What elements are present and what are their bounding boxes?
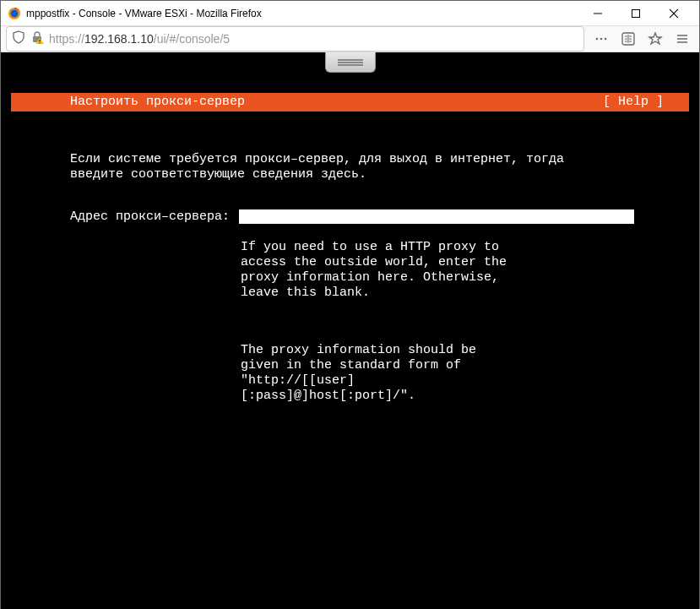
svg-rect-3: [632, 9, 639, 17]
header-title: Настроить прокси-сервер: [11, 95, 603, 110]
drag-handle-icon[interactable]: [325, 52, 376, 73]
svg-rect-8: [40, 40, 41, 42]
proxy-address-input[interactable]: [239, 209, 634, 224]
svg-point-11: [600, 38, 603, 41]
lock-warning-icon[interactable]: [30, 30, 44, 47]
help-button[interactable]: [ Help ]: [603, 95, 689, 110]
console-pull-tab: [11, 63, 689, 78]
reader-icon[interactable]: [616, 27, 640, 51]
hamburger-menu-icon[interactable]: [670, 27, 694, 51]
more-icon[interactable]: [589, 27, 613, 51]
svg-point-12: [605, 38, 607, 41]
svg-point-10: [596, 38, 599, 41]
browser-window: mppostfix - Console - VMware ESXi - Mozi…: [0, 0, 700, 609]
instruction-text: Если системе требуется прокси–сервер, дл…: [70, 152, 661, 182]
svg-point-1: [11, 9, 19, 17]
help-text-1: If you need to use a HTTP proxy to acces…: [70, 240, 518, 301]
console-area: Настроить прокси-сервер[ Help ] Если сис…: [1, 52, 699, 609]
window-title: mppostfix - Console - VMware ESXi - Mozi…: [26, 8, 578, 19]
terminal-header: Настроить прокси-сервер[ Help ]: [11, 93, 689, 111]
titlebar: mppostfix - Console - VMware ESXi - Mozi…: [1, 1, 699, 26]
help-text-2: The proxy information should be given in…: [70, 343, 518, 404]
url-field[interactable]: https://192.168.1.10/ui/#/console/5: [6, 26, 584, 52]
url-text: https://192.168.1.10/ui/#/console/5: [49, 32, 230, 46]
firefox-icon: [8, 7, 21, 20]
shield-icon[interactable]: [12, 30, 25, 47]
minimize-button[interactable]: [578, 1, 616, 25]
proxy-address-label: Адрес прокси–сервера:: [70, 209, 239, 225]
maximize-button[interactable]: [616, 1, 654, 25]
address-bar: https://192.168.1.10/ui/#/console/5: [1, 26, 699, 52]
terminal: Настроить прокси-сервер[ Help ] Если сис…: [11, 78, 689, 609]
close-button[interactable]: [654, 1, 692, 25]
svg-rect-9: [40, 43, 41, 44]
bookmark-star-icon[interactable]: [643, 27, 667, 51]
window-controls: [578, 1, 692, 25]
